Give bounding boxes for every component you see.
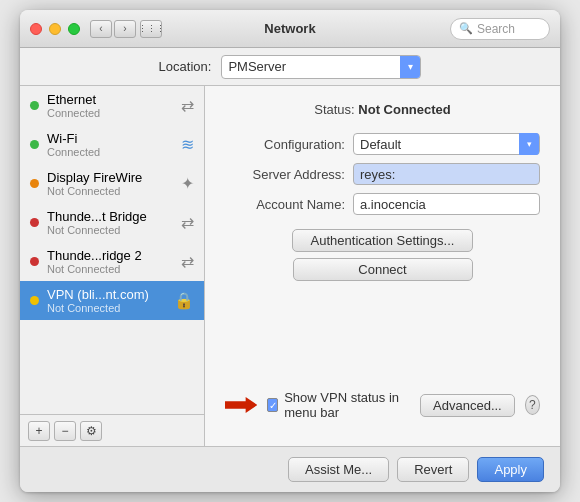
sidebar-item-wifi[interactable]: Wi-Fi Connected ≋ [20,125,204,164]
settings-button[interactable]: ⚙ [80,421,102,441]
item-status-ethernet: Connected [47,107,173,119]
account-label: Account Name: [225,197,345,212]
item-status-thunderbolt1: Not Connected [47,224,173,236]
item-name-wifi: Wi-Fi [47,131,173,146]
vpn-checkbox-label: ✓ Show VPN status in menu bar [267,390,410,420]
network-window: ‹ › ⋮⋮⋮ Network 🔍 Search Location: PMSer… [20,10,560,492]
advanced-button[interactable]: Advanced... [420,394,515,417]
action-buttons: Authentication Settings... Connect [225,229,540,281]
item-name-thunderbolt2: Thunde...ridge 2 [47,248,173,263]
connect-button[interactable]: Connect [293,258,473,281]
item-name-thunderbolt1: Thunde...t Bridge [47,209,173,224]
item-status-firewire: Not Connected [47,185,173,197]
status-dot-firewire [30,179,39,188]
config-select-arrow: ▾ [519,133,539,155]
server-input[interactable] [353,163,540,185]
server-row: Server Address: [225,163,540,185]
help-button[interactable]: ? [525,395,540,415]
item-name-vpn: VPN (bli...nt.com) [47,287,166,302]
thunderbolt1-icon: ⇄ [181,213,194,232]
config-select[interactable]: Default ▾ [353,133,540,155]
sidebar: Ethernet Connected ⇄ Wi-Fi Connected ≋ [20,86,205,446]
traffic-lights [30,23,80,35]
location-label: Location: [159,59,212,74]
config-row: Configuration: Default ▾ [225,133,540,155]
form-section: Configuration: Default ▾ Server Address:… [225,133,540,215]
status-dot-vpn [30,296,39,305]
item-status-vpn: Not Connected [47,302,166,314]
config-label: Configuration: [225,137,345,152]
ethernet-icon: ⇄ [181,96,194,115]
content-area: Ethernet Connected ⇄ Wi-Fi Connected ≋ [20,86,560,446]
search-icon: 🔍 [459,22,473,35]
sidebar-item-vpn[interactable]: VPN (bli...nt.com) Not Connected 🔒 [20,281,204,320]
grid-button[interactable]: ⋮⋮⋮ [140,20,162,38]
thunderbolt2-icon: ⇄ [181,252,194,271]
bottom-bar: Assist Me... Revert Apply [20,446,560,492]
sidebar-list: Ethernet Connected ⇄ Wi-Fi Connected ≋ [20,86,204,414]
wifi-icon: ≋ [181,135,194,154]
revert-button[interactable]: Revert [397,457,469,482]
search-placeholder: Search [477,22,515,36]
main-panel: Status: Not Connected Configuration: Def… [205,86,560,446]
account-row: Account Name: [225,193,540,215]
apply-button[interactable]: Apply [477,457,544,482]
red-arrow-icon [225,394,257,416]
firewire-icon: ✦ [181,174,194,193]
item-status-wifi: Connected [47,146,173,158]
item-status-thunderbolt2: Not Connected [47,263,173,275]
status-row: Status: Not Connected [225,102,540,117]
toolbar: Location: PMServer ▾ [20,48,560,86]
title-bar: ‹ › ⋮⋮⋮ Network 🔍 Search [20,10,560,48]
sidebar-item-firewire[interactable]: Display FireWire Not Connected ✦ [20,164,204,203]
sidebar-item-thunderbolt2[interactable]: Thunde...ridge 2 Not Connected ⇄ [20,242,204,281]
sidebar-item-thunderbolt1[interactable]: Thunde...t Bridge Not Connected ⇄ [20,203,204,242]
vpn-checkbox-text: Show VPN status in menu bar [284,390,410,420]
svg-marker-0 [225,397,257,413]
item-name-ethernet: Ethernet [47,92,173,107]
nav-buttons: ‹ › [90,20,136,38]
close-button[interactable] [30,23,42,35]
status-dot-wifi [30,140,39,149]
assist-me-button[interactable]: Assist Me... [288,457,389,482]
back-button[interactable]: ‹ [90,20,112,38]
vpn-lock-icon: 🔒 [174,291,194,310]
auth-settings-button[interactable]: Authentication Settings... [292,229,474,252]
status-label: Status: [314,102,354,117]
server-label: Server Address: [225,167,345,182]
remove-connection-button[interactable]: − [54,421,76,441]
add-connection-button[interactable]: + [28,421,50,441]
status-dot-ethernet [30,101,39,110]
search-box[interactable]: 🔍 Search [450,18,550,40]
sidebar-item-ethernet[interactable]: Ethernet Connected ⇄ [20,86,204,125]
window-title: Network [264,21,315,36]
config-value: Default [354,137,519,152]
status-dot-thunderbolt2 [30,257,39,266]
minimize-button[interactable] [49,23,61,35]
sidebar-footer: + − ⚙ [20,414,204,446]
status-dot-thunderbolt1 [30,218,39,227]
spacer [225,291,540,390]
vpn-status-row: ✓ Show VPN status in menu bar Advanced..… [225,390,540,420]
location-select-arrow: ▾ [400,56,420,78]
vpn-checkbox[interactable]: ✓ [267,398,278,412]
maximize-button[interactable] [68,23,80,35]
location-select[interactable]: PMServer ▾ [221,55,421,79]
forward-button[interactable]: › [114,20,136,38]
status-value: Not Connected [358,102,450,117]
account-input[interactable] [353,193,540,215]
location-value: PMServer [228,59,394,74]
item-name-firewire: Display FireWire [47,170,173,185]
